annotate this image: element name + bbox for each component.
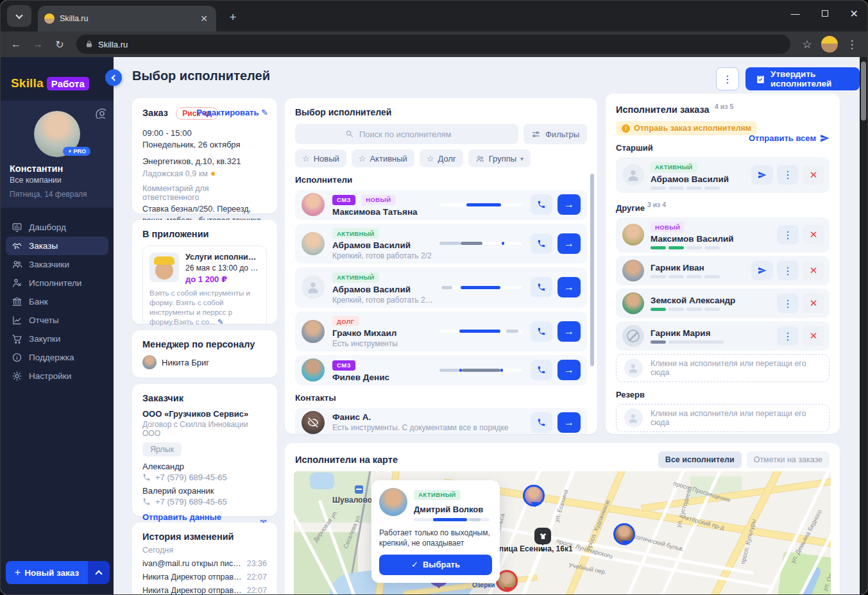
order-metro: Ладожская 0,9 км [142, 169, 267, 178]
list-scrollbar[interactable] [590, 174, 594, 366]
close-button[interactable]: ✕ [850, 8, 858, 20]
section-executors: Исполнители [295, 175, 587, 185]
executor-name: Грачко Михаил [332, 328, 434, 338]
remove-button[interactable]: ✕ [803, 294, 824, 313]
assign-arrow-button[interactable]: → [557, 360, 581, 380]
minimize-button[interactable]: — [791, 8, 800, 19]
page-scrollbar[interactable] [860, 57, 867, 594]
call-button[interactable] [531, 194, 552, 215]
remove-button[interactable]: ✕ [803, 261, 824, 280]
filter-chip-groups[interactable]: Группы▾ [468, 149, 531, 167]
back-nav-icon[interactable]: ← [8, 38, 24, 50]
assign-arrow-button[interactable]: → [557, 233, 581, 254]
send-all-link[interactable]: Отправить всем [749, 133, 830, 143]
scrollbar-thumb[interactable] [861, 62, 866, 121]
sidebar-item-purchases[interactable]: Закупки [6, 330, 108, 348]
assign-arrow-button[interactable]: → [557, 321, 581, 342]
contact-row[interactable]: Фанис А. Есть инструменты. С документами… [295, 408, 587, 435]
assigned-row[interactable]: Гарник Иван ⋮ ✕ [616, 256, 830, 285]
assign-arrow-button[interactable]: → [557, 194, 581, 215]
filters-button[interactable]: Фильтры [523, 124, 587, 144]
remove-button[interactable]: ✕ [803, 225, 824, 244]
contact-phone[interactable]: +7 (579) 689-45-65 [142, 497, 267, 507]
reload-icon[interactable]: ↻ [52, 38, 67, 51]
profile-scope[interactable]: Все компании [10, 176, 105, 185]
call-button[interactable] [531, 277, 552, 298]
sidebar-item-support[interactable]: Поддержка [6, 348, 108, 367]
sidebar-item-executors[interactable]: Исполнители [6, 274, 108, 292]
approve-executors-button[interactable]: Утвердить исполнителей [745, 67, 860, 90]
assigned-row[interactable]: НОВЫЙ Максимов Василий ⋮ ✕ [616, 217, 830, 253]
kebab-button[interactable]: ⋮ [777, 225, 799, 244]
executor-map-pin[interactable] [523, 485, 545, 507]
edit-order-link[interactable]: Редактировать ✎ [196, 108, 268, 117]
address-bar[interactable]: Skilla.ru [76, 35, 790, 54]
tab-strip: Skilla.ru ✕ + — ✕ [1, 1, 867, 31]
contact-phone[interactable]: +7 (579) 689-45-65 [142, 473, 267, 482]
metro-line-dot [211, 172, 215, 176]
remove-button[interactable]: ✕ [803, 165, 824, 185]
filter-chip-active[interactable]: ☆Активный [352, 149, 414, 167]
call-button[interactable] [531, 412, 552, 433]
executor-dropzone[interactable]: Кликни на исполнителя или перетащи его с… [616, 354, 830, 382]
kebab-button[interactable]: ⋮ [777, 294, 799, 313]
bookmark-star-icon[interactable]: ☆ [799, 38, 815, 51]
executor-row[interactable]: АКТИВНЫЙ Абрамов Василий Крепкий, готов … [295, 267, 587, 308]
sidebar-item-customers[interactable]: Заказчики [6, 255, 108, 274]
tab-title: Skilla.ru [60, 14, 193, 23]
executor-row[interactable]: СМЗ НОВЫЙ Максимова Татьяна → [295, 190, 587, 220]
remove-button[interactable]: ✕ [803, 326, 824, 346]
tab-close-icon[interactable]: ✕ [198, 13, 210, 24]
customer-tag[interactable]: Ярлык [142, 442, 182, 457]
choose-executor-button[interactable]: ✓Выбрать [379, 555, 492, 575]
forward-nav-icon[interactable]: → [30, 38, 46, 50]
sidebar-item-settings[interactable]: Настройки [6, 367, 108, 385]
executor-row[interactable]: СМЗ Филев Денис → [295, 355, 587, 385]
kebab-button[interactable]: ⋮ [777, 165, 799, 185]
header-kebab-button[interactable]: ⋮ [716, 67, 739, 90]
reserve-dropzone[interactable]: Кликни на исполнителя или перетащи его с… [616, 404, 830, 432]
assign-arrow-button[interactable]: → [557, 277, 581, 298]
new-order-button[interactable]: +Новый заказ [6, 561, 110, 584]
filter-chip-debt[interactable]: ☆Долг [420, 149, 463, 167]
edit-note-pencil-icon[interactable]: ✎ [217, 318, 224, 326]
browser-menu-icon[interactable]: ⋮ [844, 38, 860, 51]
sidebar-item-bank[interactable]: Банк [6, 292, 108, 311]
tab-search-button[interactable] [7, 5, 31, 27]
avatar [302, 358, 325, 381]
shop-map-pin[interactable] [534, 528, 551, 544]
assigned-row[interactable]: Гарник Мария ⋮ ✕ [616, 321, 830, 351]
assigned-row[interactable]: Земской Александр ⋮ ✕ [616, 289, 830, 318]
order-date: Понедельник, 26 октября [142, 139, 267, 151]
call-button[interactable] [531, 360, 552, 380]
browser-tab[interactable]: Skilla.ru ✕ [38, 6, 216, 31]
sidebar-item-reports[interactable]: Отчеты [6, 311, 108, 330]
call-button[interactable] [531, 233, 552, 254]
kebab-button[interactable]: ⋮ [777, 261, 799, 280]
sidebar-item-orders[interactable]: Заказы [6, 237, 108, 255]
map-canvas[interactable]: просп. Луначарского просп. Художников ул… [294, 471, 831, 595]
toggle-order-marks[interactable]: Отметки на заказе [747, 451, 830, 468]
in-app-order[interactable]: Услуги исполнителей 26 мая с 13:00 до 23… [142, 246, 267, 334]
new-order-expand-button[interactable] [88, 561, 110, 584]
executor-row[interactable]: АКТИВНЫЙ Абрамов Василий Крепкий, готов … [295, 224, 587, 264]
pencil-icon: ✎ [261, 108, 268, 117]
sidebar-item-dashboard[interactable]: Дашборд [6, 218, 108, 237]
search-input[interactable] [359, 130, 468, 139]
maximize-button[interactable] [822, 10, 828, 17]
executor-row[interactable]: ДОЛГ Грачко Михаил Есть инструменты → [295, 312, 587, 352]
assign-arrow-button[interactable]: → [557, 412, 581, 433]
browser-profile-avatar[interactable] [821, 36, 838, 53]
send-button[interactable] [751, 165, 773, 185]
back-button[interactable] [105, 69, 122, 86]
send-button[interactable] [751, 261, 773, 280]
executor-map-pin[interactable] [613, 523, 635, 545]
new-tab-button[interactable]: + [224, 8, 242, 26]
toggle-all-executors[interactable]: Все исполнители [658, 451, 742, 468]
kebab-button[interactable]: ⋮ [777, 326, 799, 346]
filter-chip-new[interactable]: ☆Новый [295, 149, 346, 167]
account-icon[interactable] [94, 107, 106, 121]
active-badge: АКТИВНЫЙ [414, 490, 461, 500]
assigned-row-senior[interactable]: АКТИВНЫЙ Абрамов Василий ⋮ ✕ [616, 157, 830, 193]
call-button[interactable] [531, 321, 552, 342]
